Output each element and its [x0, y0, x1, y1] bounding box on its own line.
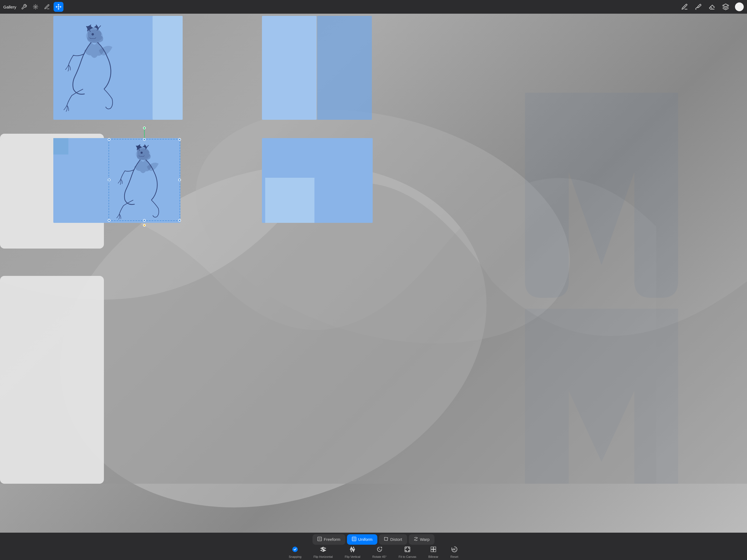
- wrench-tool-button[interactable]: [19, 2, 29, 12]
- transform-handle-top-left[interactable]: [108, 138, 110, 141]
- top-toolbar: Gallery: [0, 0, 374, 14]
- blue-panel-lower-right-inner: [265, 178, 314, 223]
- transform-handle-rotate[interactable]: [143, 127, 146, 129]
- blue-panel-upper-mid: [153, 16, 183, 120]
- dragon-upper-svg: [56, 25, 133, 115]
- transform-handle-mid-right[interactable]: [178, 179, 181, 181]
- rotate-line: [144, 128, 145, 139]
- transform-handle-bottom-left[interactable]: [108, 219, 110, 222]
- canvas-area[interactable]: [0, 14, 374, 280]
- transform-handle-top-mid[interactable]: [143, 138, 146, 141]
- svg-point-9: [92, 33, 94, 35]
- transform-handle-bottom-mid[interactable]: [143, 219, 146, 222]
- transform-tool-button[interactable]: [54, 2, 63, 12]
- blue-panel-upper-right2: [317, 16, 372, 120]
- blue-panel-corner: [53, 138, 68, 154]
- transform-handle-top-right[interactable]: [178, 138, 181, 141]
- transform-handle-mid-left[interactable]: [108, 179, 110, 181]
- blue-panel-upper-right: [262, 16, 317, 120]
- transform-handle-pivot[interactable]: [143, 224, 146, 227]
- gallery-button[interactable]: Gallery: [3, 5, 17, 9]
- transform-selection-box: [108, 139, 180, 221]
- transform-handle-bottom-right[interactable]: [178, 219, 181, 222]
- svg-point-0: [35, 6, 36, 8]
- adjustments-tool-button[interactable]: [31, 2, 41, 12]
- smudge-tool-button[interactable]: [42, 2, 52, 12]
